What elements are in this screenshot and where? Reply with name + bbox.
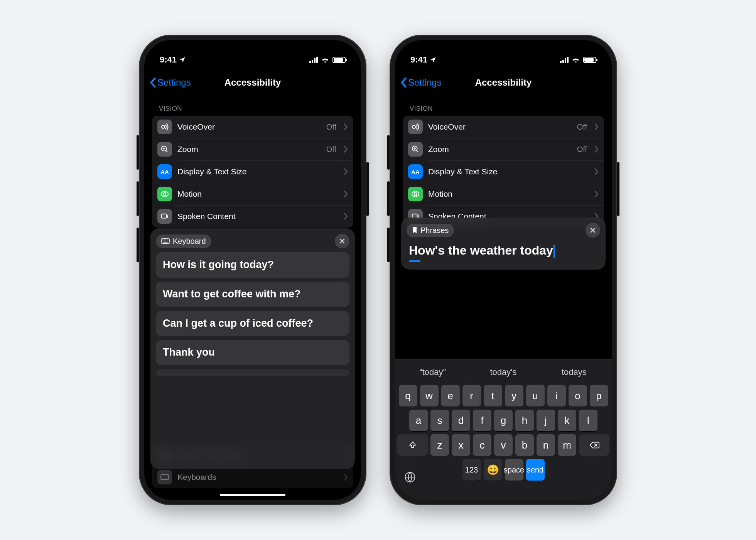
shift-key[interactable] [397, 434, 428, 456]
wifi-icon [572, 57, 580, 63]
row-voiceover[interactable]: VoiceOver Off [403, 116, 604, 138]
compose-input[interactable]: How's the weather today [407, 241, 600, 258]
motion-icon [157, 187, 172, 201]
wifi-icon [321, 57, 329, 63]
key-z[interactable]: z [430, 434, 449, 456]
key-d[interactable]: d [452, 410, 470, 431]
key-i[interactable]: i [547, 385, 566, 407]
chevron-right-icon [594, 123, 599, 130]
dynamic-island [222, 47, 284, 64]
key-e[interactable]: e [441, 385, 460, 407]
row-label: VoiceOver [177, 122, 321, 132]
key-x[interactable]: x [452, 434, 470, 456]
space-key[interactable]: space [505, 459, 523, 481]
key-v[interactable]: v [494, 434, 513, 456]
battery-icon [332, 57, 346, 63]
row-label: Display & Text Size [428, 167, 589, 176]
close-button[interactable] [335, 234, 349, 248]
chip-label: Keyboard [173, 237, 206, 246]
svg-rect-8 [165, 240, 166, 240]
key-m[interactable]: m [558, 434, 576, 456]
key-t[interactable]: t [484, 385, 502, 407]
compose-sheet: Phrases How's the weather today [401, 218, 606, 270]
keyboard-icon [161, 238, 170, 244]
zoom-icon [157, 142, 172, 157]
back-button[interactable]: Settings [400, 77, 442, 88]
key-l[interactable]: l [579, 410, 597, 431]
key-n[interactable]: n [537, 434, 555, 456]
keyboard-chip[interactable]: Keyboard [156, 235, 211, 248]
send-key[interactable]: send [526, 459, 545, 481]
section-header-vision: VISION [152, 95, 353, 116]
key-a[interactable]: a [409, 410, 428, 431]
back-button[interactable]: Settings [149, 77, 191, 88]
row-display-text-size[interactable]: AA Display & Text Size [152, 160, 353, 183]
key-c[interactable]: c [473, 434, 491, 456]
key-p[interactable]: p [590, 385, 608, 407]
key-h[interactable]: h [515, 410, 534, 431]
key-j[interactable]: j [537, 410, 555, 431]
phrase-item[interactable]: How is it going today? [156, 252, 349, 278]
row-zoom[interactable]: Zoom Off [152, 138, 353, 160]
text-size-icon: AA [408, 164, 423, 179]
settings-list-vision: VoiceOver Off Zoom Off AA Display & Text… [152, 116, 353, 228]
globe-key[interactable] [404, 471, 416, 483]
key-f[interactable]: f [473, 410, 491, 431]
row-label: Motion [428, 189, 589, 199]
row-keyboards[interactable]: Keyboards [152, 466, 353, 488]
home-indicator[interactable] [220, 494, 285, 496]
emoji-key[interactable]: 😀 [484, 459, 502, 481]
svg-rect-12 [161, 475, 169, 480]
close-button[interactable] [586, 223, 600, 238]
row-spoken-content[interactable]: Spoken Content [152, 205, 353, 228]
key-s[interactable]: s [430, 410, 449, 431]
suggestion-item[interactable]: “today” [397, 367, 468, 377]
row-voiceover[interactable]: VoiceOver Off [152, 116, 353, 138]
phrases-chip[interactable]: Phrases [407, 224, 454, 237]
compose-underline [409, 260, 420, 262]
status-time: 9:41 [410, 55, 427, 65]
phrase-item[interactable]: Thank you [156, 340, 349, 365]
row-value: Off [326, 145, 336, 154]
suggestion-item[interactable]: todays [539, 367, 609, 377]
row-zoom[interactable]: Zoom Off [403, 138, 604, 160]
key-k[interactable]: k [558, 410, 576, 431]
screen: 9:41 Settings Accessibility VISION [395, 40, 612, 500]
phrase-item[interactable]: Want to get coffee with me? [156, 282, 349, 307]
motion-icon [408, 187, 423, 201]
key-b[interactable]: b [515, 434, 534, 456]
key-row-2: a s d f g h j k l [397, 410, 609, 431]
key-o[interactable]: o [569, 385, 587, 407]
key-w[interactable]: w [420, 385, 439, 407]
key-q[interactable]: q [399, 385, 417, 407]
svg-point-0 [162, 125, 165, 128]
key-g[interactable]: g [494, 410, 513, 431]
soft-keyboard: “today” today's todays q w e r t y u i o… [395, 359, 612, 500]
page-title: Accessibility [475, 77, 532, 88]
iphone-frame-right: 9:41 Settings Accessibility VISION [390, 35, 617, 505]
row-motion[interactable]: Motion [152, 183, 353, 205]
backspace-key[interactable] [579, 434, 609, 456]
key-u[interactable]: u [526, 385, 545, 407]
row-motion[interactable]: Motion [403, 183, 604, 205]
row-display-text-size[interactable]: AA Display & Text Size [403, 160, 604, 183]
back-label: Settings [408, 77, 442, 88]
spoken-content-icon [157, 209, 172, 224]
voiceover-icon [408, 120, 423, 134]
phrase-item[interactable] [156, 369, 349, 376]
svg-rect-6 [163, 240, 164, 240]
numbers-key[interactable]: 123 [462, 459, 481, 481]
phrase-item[interactable]: Can I get a cup of iced coffee? [156, 311, 349, 336]
zoom-icon [408, 142, 423, 157]
svg-point-13 [412, 125, 415, 128]
key-r[interactable]: r [462, 385, 481, 407]
chevron-right-icon [343, 474, 348, 481]
key-y[interactable]: y [505, 385, 523, 407]
location-icon [430, 56, 437, 63]
row-label: Keyboards [177, 472, 338, 482]
svg-rect-4 [162, 214, 167, 218]
key-row-3: z x c v b n m [397, 434, 609, 456]
row-label: Display & Text Size [177, 167, 338, 176]
phrases-sheet: Keyboard How is it going today? Want to … [150, 228, 355, 469]
suggestion-item[interactable]: today's [468, 367, 538, 377]
